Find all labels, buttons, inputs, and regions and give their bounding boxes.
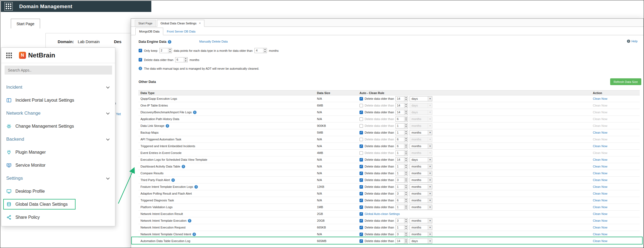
clean-now-link[interactable]: Clean Now — [593, 172, 607, 175]
spinner-down-icon[interactable] — [404, 112, 408, 115]
spinner-up-icon[interactable] — [404, 110, 408, 112]
auto-clean-checkbox[interactable] — [359, 138, 363, 141]
spinner[interactable] — [404, 185, 408, 189]
manually-delete-data-link[interactable]: Manually Delete Data — [199, 40, 228, 43]
auto-clean-checkbox[interactable] — [359, 124, 363, 128]
spinner-up-icon[interactable] — [404, 124, 408, 126]
older-than-months-input[interactable]: 4 — [254, 48, 267, 53]
retention-value-input[interactable]: 1 — [395, 164, 408, 169]
clean-now-link[interactable]: Clean Now — [593, 233, 607, 236]
refresh-data-size-button[interactable]: Refresh Data Size — [610, 78, 641, 85]
unit-dropdown[interactable]: days▾ — [410, 157, 432, 162]
spinner-down-icon[interactable] — [404, 133, 408, 135]
spinner[interactable] — [404, 130, 408, 135]
retention-value-input[interactable]: 14 — [395, 110, 408, 115]
spinner[interactable] — [168, 48, 172, 53]
auto-clean-checkbox[interactable] — [359, 158, 363, 162]
retention-value-input[interactable]: 6 — [395, 117, 408, 122]
retention-value-input[interactable]: 6 — [395, 198, 408, 203]
auto-clean-checkbox[interactable] — [359, 205, 363, 209]
retention-value-input[interactable]: 1 — [395, 184, 408, 189]
unit-dropdown[interactable]: months▾ — [410, 164, 432, 169]
clean-now-link[interactable]: Clean Now — [593, 178, 607, 182]
spinner-up-icon[interactable] — [404, 137, 408, 140]
spinner-up-icon[interactable] — [404, 191, 408, 194]
auto-clean-checkbox[interactable] — [359, 226, 363, 229]
tab-start-page-main[interactable]: Start Page — [11, 19, 40, 28]
spinner-down-icon[interactable] — [404, 160, 408, 162]
retention-value-input[interactable]: 6 — [395, 137, 408, 142]
spinner[interactable] — [404, 198, 408, 203]
auto-clean-checkbox[interactable] — [359, 97, 363, 101]
clean-now-link[interactable]: Clean Now — [593, 199, 607, 202]
retention-value-input[interactable]: 14 — [395, 157, 408, 162]
spinner-up-icon[interactable] — [404, 164, 408, 167]
app-launcher-icon[interactable] — [4, 2, 13, 11]
clean-now-link[interactable]: Clean Now — [593, 144, 607, 148]
auto-clean-checkbox[interactable] — [359, 219, 363, 223]
retention-value-input[interactable]: 14 — [395, 96, 408, 101]
spinner-down-icon[interactable] — [404, 234, 408, 237]
global-auto-clean-settings-link[interactable]: Global Auto-clean Settings — [365, 212, 400, 215]
info-icon[interactable]: i — [182, 165, 185, 168]
menu-section-incident[interactable]: Incident — [1, 81, 115, 94]
spinner-down-icon[interactable] — [404, 173, 408, 176]
spinner-down-icon[interactable] — [404, 99, 408, 101]
spinner-up-icon[interactable] — [404, 171, 408, 173]
search-apps-input[interactable] — [5, 66, 112, 75]
auto-clean-checkbox[interactable] — [359, 117, 363, 121]
unit-dropdown[interactable]: months▾ — [410, 205, 432, 210]
clean-now-link[interactable]: Clean Now — [593, 192, 607, 195]
spinner-up-icon[interactable] — [404, 185, 408, 187]
auto-clean-checkbox[interactable] — [359, 172, 363, 175]
spinner-down-icon[interactable] — [404, 166, 408, 169]
clean-now-link[interactable]: Clean Now — [593, 212, 607, 215]
unit-dropdown[interactable]: months▾ — [410, 225, 432, 230]
spinner-down-icon[interactable] — [404, 221, 408, 223]
spinner[interactable] — [184, 57, 187, 62]
spinner-down-icon[interactable] — [404, 105, 408, 108]
retention-value-input[interactable]: 3 — [395, 232, 408, 237]
auto-clean-checkbox[interactable] — [359, 192, 363, 195]
delete-older-months-input[interactable]: 6 — [175, 57, 188, 62]
auto-clean-checkbox[interactable] — [359, 144, 363, 148]
delete-older-checkbox[interactable] — [139, 58, 142, 62]
retention-value-input[interactable]: 3 — [395, 178, 408, 183]
auto-clean-checkbox[interactable] — [359, 165, 363, 168]
retention-value-input[interactable]: 1 — [395, 225, 408, 230]
auto-clean-checkbox[interactable] — [359, 131, 363, 134]
spinner-down-icon[interactable] — [404, 146, 408, 149]
spinner-up-icon[interactable] — [404, 218, 408, 221]
tab-mongodb-data[interactable]: MongoDB Data — [135, 28, 163, 35]
menu-item-plugin-manager[interactable]: Plugin Manager — [1, 146, 115, 159]
spinner-up-icon[interactable] — [404, 198, 408, 201]
auto-clean-checkbox[interactable] — [359, 178, 363, 182]
spinner[interactable] — [404, 96, 408, 101]
clean-now-link[interactable]: Clean Now — [593, 165, 607, 168]
unit-dropdown[interactable]: months▾ — [410, 218, 432, 223]
spinner-down-icon[interactable] — [404, 194, 408, 196]
spinner-up-icon[interactable] — [404, 96, 408, 99]
tab-front-server-db-data[interactable]: Front Server DB Data — [163, 28, 199, 35]
spinner-up-icon[interactable] — [404, 103, 408, 106]
spinner[interactable] — [263, 48, 267, 53]
spinner[interactable] — [404, 171, 408, 176]
menu-section-backend[interactable]: Backend — [1, 133, 115, 146]
retention-value-input[interactable]: 14 — [395, 103, 408, 108]
unit-dropdown[interactable]: days▾ — [410, 96, 432, 101]
spinner-down-icon[interactable] — [404, 153, 408, 155]
spinner[interactable] — [404, 225, 408, 230]
menu-item-change-management-settings[interactable]: Change Management Settings — [1, 120, 115, 133]
spinner-up-icon[interactable] — [404, 144, 408, 146]
unit-dropdown[interactable]: months▾ — [410, 171, 432, 176]
spinner-down-icon[interactable] — [404, 187, 408, 189]
help-link[interactable]: i Help — [627, 40, 638, 43]
auto-clean-checkbox[interactable] — [359, 185, 363, 189]
spinner-down-icon[interactable] — [404, 207, 408, 210]
keep-points-input[interactable]: 2 — [159, 48, 172, 53]
info-icon[interactable]: i — [168, 40, 171, 44]
spinner-up-icon[interactable] — [404, 225, 408, 228]
auto-clean-checkbox[interactable] — [359, 104, 363, 107]
spinner-down-icon[interactable] — [404, 180, 408, 182]
unit-dropdown[interactable]: months▾ — [410, 144, 432, 149]
